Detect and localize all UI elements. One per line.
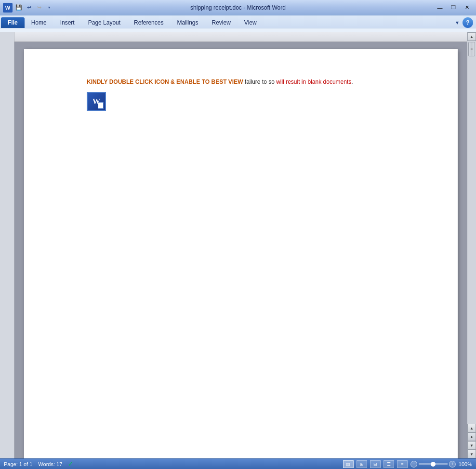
word-app-icon: W [3, 3, 13, 13]
tab-insert[interactable]: Insert [53, 17, 81, 28]
scroll-up-button[interactable]: ▲ [467, 32, 476, 41]
spell-check-status: ✓ [68, 460, 73, 468]
words-info: Words: 17 [38, 461, 62, 467]
save-quick-button[interactable]: 💾 [14, 3, 23, 12]
view-full-screen-button[interactable]: ⊞ [357, 460, 367, 468]
zoom-out-button[interactable]: − [410, 461, 417, 468]
ribbon-right-controls: ▾ ? [454, 17, 475, 28]
view-print-layout-button[interactable]: ▤ [343, 460, 354, 468]
instruction-red: will result in blank documents [276, 78, 351, 85]
top-ruler [14, 32, 467, 42]
view-draft-button[interactable]: ≡ [397, 460, 408, 468]
ribbon-minimize-button[interactable]: ▾ [454, 18, 461, 27]
left-ruler [0, 32, 14, 458]
tab-review[interactable]: Review [205, 17, 237, 28]
instruction-dark2: . [351, 78, 353, 85]
instruction-orange: KINDLY DOUBLE CLICK ICON & ENABLE TO BES… [87, 78, 243, 85]
status-right: ▤ ⊞ ⊟ ☰ ≡ − + 100% [343, 460, 472, 468]
quick-access-dropdown[interactable]: ▾ [45, 3, 53, 12]
minimize-button[interactable]: — [434, 3, 446, 13]
view-outline-button[interactable]: ☰ [383, 460, 394, 468]
title-bar-left: W 💾 ↩ ↪ ▾ [3, 3, 53, 13]
page-info-text: Page: 1 of 1 [4, 461, 32, 467]
scroll-bottom-buttons: ▲ ● ▼ ▼ [467, 424, 476, 458]
tab-file[interactable]: File [1, 17, 25, 28]
tab-references[interactable]: References [127, 17, 170, 28]
ribbon-content-area [0, 28, 476, 32]
scroll-prev-page-button[interactable]: ▲ [467, 424, 476, 432]
right-scrollbar: ▲ ▲ ● ▼ ▼ [467, 32, 476, 458]
ribbon: File Home Insert Page Layout References … [0, 15, 476, 32]
words-info-text: Words: 17 [38, 461, 62, 467]
main-area: KINDLY DOUBLE CLICK ICON & ENABLE TO BES… [0, 32, 476, 458]
tab-view[interactable]: View [238, 17, 264, 28]
restore-button[interactable]: ❐ [447, 3, 460, 13]
scroll-thumb[interactable] [468, 42, 475, 56]
tab-bar: File Home Insert Page Layout References … [0, 15, 476, 28]
page-wrapper: KINDLY DOUBLE CLICK ICON & ENABLE TO BES… [14, 42, 467, 458]
status-bar: Page: 1 of 1 Words: 17 ✓ ▤ ⊞ ⊟ ☰ ≡ − + 1… [0, 458, 476, 469]
scroll-track[interactable] [467, 41, 476, 424]
tab-home[interactable]: Home [25, 17, 53, 28]
embedded-word-icon[interactable]: W [87, 92, 106, 111]
scroll-select-button[interactable]: ● [467, 432, 476, 441]
zoom-in-button[interactable]: + [449, 461, 456, 468]
zoom-percent: 100% [459, 461, 472, 467]
tab-page-layout[interactable]: Page Layout [81, 17, 127, 28]
tab-mailings[interactable]: Mailings [170, 17, 205, 28]
window-controls: — ❐ ✕ [434, 3, 473, 13]
zoom-control[interactable]: − + [410, 461, 456, 468]
instruction-dark1: failure to so [243, 78, 276, 85]
doc-lines-decoration [98, 102, 104, 109]
undo-quick-button[interactable]: ↩ [25, 3, 33, 12]
scroll-next-page-button[interactable]: ▼ [467, 441, 476, 450]
title-bar: W 💾 ↩ ↪ ▾ shipping receipt.doc - Microso… [0, 0, 476, 15]
quick-access-toolbar: 💾 ↩ ↪ ▾ [14, 3, 53, 12]
scroll-down-button[interactable]: ▼ [467, 450, 476, 458]
document-area: KINDLY DOUBLE CLICK ICON & ENABLE TO BES… [14, 32, 467, 458]
checkmark-icon: ✓ [68, 460, 73, 468]
close-button[interactable]: ✕ [461, 3, 473, 13]
document-page[interactable]: KINDLY DOUBLE CLICK ICON & ENABLE TO BES… [24, 49, 458, 458]
page-info: Page: 1 of 1 [4, 461, 32, 467]
zoom-percent-text: 100% [459, 461, 472, 467]
zoom-slider-thumb[interactable] [431, 462, 436, 467]
window-title: shipping receipt.doc - Microsoft Word [190, 4, 286, 11]
redo-quick-button[interactable]: ↪ [35, 3, 43, 12]
view-web-layout-button[interactable]: ⊟ [370, 460, 381, 468]
help-button[interactable]: ? [463, 17, 473, 28]
document-instruction: KINDLY DOUBLE CLICK ICON & ENABLE TO BES… [87, 78, 419, 86]
zoom-slider[interactable] [419, 463, 448, 465]
